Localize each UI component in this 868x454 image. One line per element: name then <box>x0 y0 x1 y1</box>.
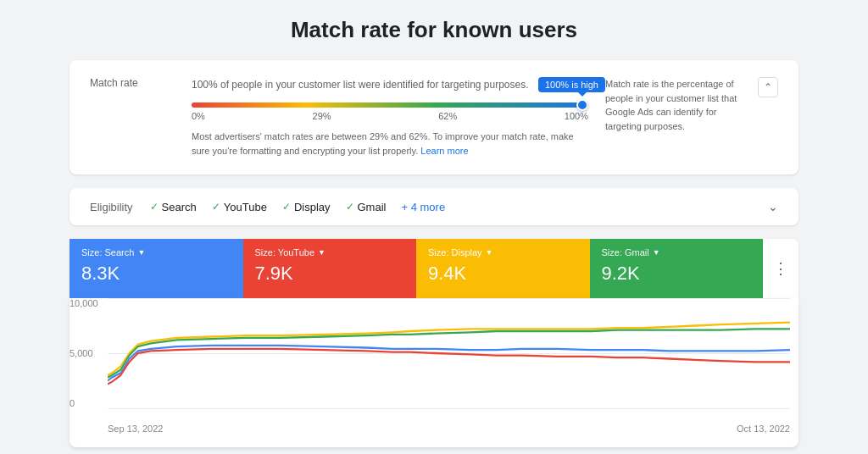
chart-wrapper: 10,0005,0000 Sep 13, 2022Oct 13, 2022 <box>70 298 798 447</box>
metric-value-0: 8.3K <box>81 263 231 285</box>
eligibility-display-label: Display <box>294 201 331 213</box>
match-rate-side-note: Match rate is the percentage of people i… <box>605 77 741 158</box>
x-label: Sep 13, 2022 <box>108 424 163 434</box>
chart-line-0 <box>108 346 790 381</box>
x-label: Oct 13, 2022 <box>737 424 790 434</box>
match-rate-tooltip: 100% is high <box>538 77 605 92</box>
eligibility-item-youtube[interactable]: ✓ YouTube <box>212 201 267 213</box>
metric-value-1: 7.9K <box>255 263 405 285</box>
grid-line <box>108 408 790 409</box>
metric-label-3: Size: Gmail ▼ <box>602 247 752 257</box>
metric-box-0[interactable]: Size: Search ▼ 8.3K <box>70 239 243 298</box>
metric-arrow-1: ▼ <box>318 248 326 257</box>
more-options-icon[interactable]: ⋮ <box>773 259 788 278</box>
eligibility-item-gmail[interactable]: ✓ Gmail <box>346 201 387 213</box>
check-icon-gmail: ✓ <box>346 201 354 213</box>
chart-inner <box>108 298 790 408</box>
eligibility-label: Eligibility <box>90 201 133 213</box>
slider-labels: 0% 29% 62% 100% <box>192 111 588 121</box>
check-icon-display: ✓ <box>282 201 291 213</box>
slider-label-100: 100% <box>565 111 588 121</box>
match-rate-label: Match rate <box>90 77 175 89</box>
match-rate-slider-track: 100% is high <box>192 102 588 108</box>
chart-line-1 <box>108 349 790 385</box>
metric-box-2[interactable]: Size: Display ▼ 9.4K <box>416 239 590 298</box>
metric-arrow-2: ▼ <box>486 248 493 257</box>
chart-lines-svg <box>108 298 790 408</box>
metric-label-1: Size: YouTube ▼ <box>255 247 405 257</box>
match-rate-card: Match rate 100% of people in your custom… <box>70 60 798 174</box>
expand-icon[interactable]: ⌄ <box>768 200 778 213</box>
slider-label-62: 62% <box>438 111 457 121</box>
metric-box-3[interactable]: Size: Gmail ▼ 9.2K <box>590 239 764 298</box>
eligibility-card: Eligibility ✓ Search ✓ YouTube ✓ Display… <box>70 188 798 225</box>
y-label: 5,000 <box>70 348 98 358</box>
slider-label-29: 29% <box>313 111 331 121</box>
eligibility-item-display[interactable]: ✓ Display <box>282 201 331 213</box>
match-rate-slider-thumb <box>576 99 588 111</box>
eligibility-item-search[interactable]: ✓ Search <box>150 201 197 213</box>
match-note: Most advertisers' match rates are betwee… <box>192 130 588 158</box>
y-label: 10,000 <box>70 298 98 308</box>
metric-value-2: 9.4K <box>428 263 578 285</box>
learn-more-link[interactable]: Learn more <box>420 146 468 156</box>
metric-value-3: 9.2K <box>602 263 752 285</box>
slider-label-0: 0% <box>192 111 205 121</box>
check-icon-youtube: ✓ <box>212 201 220 213</box>
chart-area: 10,0005,0000 Sep 13, 2022Oct 13, 2022 <box>70 298 798 434</box>
collapse-button[interactable]: ⌃ <box>758 77 778 97</box>
eligibility-youtube-label: YouTube <box>224 201 267 213</box>
metric-label-0: Size: Search ▼ <box>81 247 231 257</box>
page-title: Match rate for known users <box>291 17 577 43</box>
eligibility-search-label: Search <box>162 201 197 213</box>
metric-arrow-3: ▼ <box>653 248 660 257</box>
metric-box-1[interactable]: Size: YouTube ▼ 7.9K <box>243 239 417 298</box>
check-icon: ✓ <box>150 201 159 213</box>
match-rate-description: 100% of people in your customer list wer… <box>192 77 588 92</box>
metric-label-2: Size: Display ▼ <box>428 247 578 257</box>
chart-x-labels: Sep 13, 2022Oct 13, 2022 <box>108 424 790 434</box>
eligibility-items: ✓ Search ✓ YouTube ✓ Display ✓ Gmail + 4… <box>150 201 751 213</box>
chart-y-labels: 10,0005,0000 <box>70 298 98 408</box>
eligibility-gmail-label: Gmail <box>358 201 387 213</box>
metrics-actions: ⋮ <box>763 239 798 298</box>
metric-arrow-0: ▼ <box>137 248 145 257</box>
more-items-link[interactable]: + 4 more <box>401 201 445 213</box>
metrics-row: Size: Search ▼ 8.3K Size: YouTube ▼ 7.9K… <box>70 239 798 298</box>
y-label: 0 <box>70 398 98 408</box>
eligibility-header: Eligibility ✓ Search ✓ YouTube ✓ Display… <box>90 200 778 213</box>
metrics-wrapper: Size: Search ▼ 8.3K Size: YouTube ▼ 7.9K… <box>70 239 798 298</box>
